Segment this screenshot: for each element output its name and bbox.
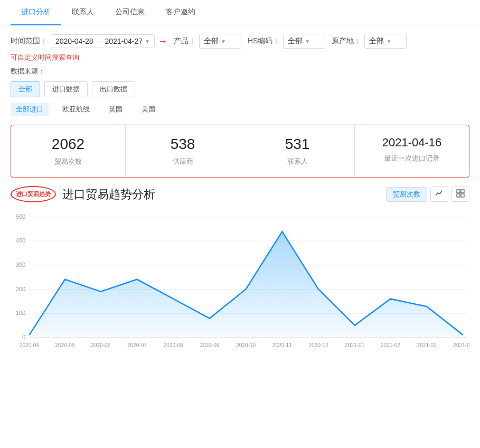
time-filter-group: 时间范围： 2020-04-28 — 2021-04-27 ▼ → bbox=[11, 34, 167, 48]
svg-text:2021-04: 2021-04 bbox=[453, 342, 469, 348]
route-all-import[interactable]: 全部进口 bbox=[11, 102, 49, 116]
data-type-group: 全部 进口数据 出口数据 bbox=[11, 81, 469, 97]
filter-row: 时间范围： 2020-04-28 — 2021-04-27 ▼ → 产品： 全部… bbox=[11, 34, 469, 49]
svg-text:2020-05: 2020-05 bbox=[55, 342, 75, 348]
tab-company-info[interactable]: 公司信息 bbox=[105, 0, 155, 25]
origin-chevron-icon: ▼ bbox=[386, 39, 391, 44]
tab-customer-invite[interactable]: 客户邀约 bbox=[155, 0, 206, 25]
svg-rect-2 bbox=[457, 194, 460, 197]
origin-select[interactable]: 全部 ▼ bbox=[364, 34, 407, 49]
svg-text:2020-12: 2020-12 bbox=[309, 342, 328, 348]
origin-filter-group: 原产地： 全部 ▼ bbox=[332, 34, 407, 49]
stat-trade-count: 2062 贸易次数 bbox=[11, 125, 126, 177]
stat-last-import: 2021-04-16 最近一次进口记录 bbox=[355, 125, 469, 177]
product-filter-group: 产品： 全部 ▼ bbox=[174, 34, 241, 49]
svg-text:2020-04: 2020-04 bbox=[20, 342, 39, 348]
route-usa[interactable]: 美国 bbox=[136, 102, 161, 116]
stat-trade-count-label: 贸易次数 bbox=[16, 157, 120, 166]
svg-text:2021-03: 2021-03 bbox=[417, 342, 437, 348]
red-arrow-icon: → bbox=[158, 36, 167, 47]
svg-text:500: 500 bbox=[16, 213, 26, 220]
svg-text:2020-10: 2020-10 bbox=[236, 342, 256, 348]
btn-import[interactable]: 进口数据 bbox=[44, 81, 88, 97]
svg-rect-3 bbox=[461, 194, 464, 197]
chart-header: 进口贸易趋势 进口贸易趋势分析 贸易次数 bbox=[11, 186, 469, 202]
svg-text:2020-09: 2020-09 bbox=[200, 342, 219, 348]
stat-last-import-value: 2021-04-16 bbox=[360, 136, 464, 150]
time-label: 时间范围： bbox=[11, 36, 48, 46]
stat-trade-count-value: 2062 bbox=[16, 136, 120, 153]
svg-text:2020-07: 2020-07 bbox=[127, 342, 147, 348]
hs-value: 全部 bbox=[288, 36, 303, 46]
time-range-select[interactable]: 2020-04-28 — 2021-04-27 ▼ bbox=[51, 34, 155, 48]
product-label: 产品： bbox=[174, 36, 196, 46]
data-source-label: 数据来源： bbox=[11, 67, 469, 76]
stat-last-import-label: 最近一次进口记录 bbox=[360, 154, 464, 163]
svg-text:2020-06: 2020-06 bbox=[91, 342, 110, 348]
stat-contacts-value: 531 bbox=[246, 136, 349, 153]
stat-contacts-label: 联系人 bbox=[246, 157, 349, 166]
svg-rect-0 bbox=[457, 190, 460, 193]
svg-text:2021-01: 2021-01 bbox=[345, 342, 364, 348]
tab-contacts[interactable]: 联系人 bbox=[61, 0, 105, 25]
svg-text:2020-11: 2020-11 bbox=[272, 342, 292, 348]
stat-suppliers: 538 供应商 bbox=[126, 125, 240, 177]
hs-select[interactable]: 全部 ▼ bbox=[283, 34, 325, 49]
trend-chart: 500 400 300 200 100 0 bbox=[11, 209, 469, 357]
chart-badge: 进口贸易趋势 bbox=[11, 186, 56, 202]
origin-value: 全部 bbox=[369, 36, 384, 46]
hs-filter-group: HS编码： 全部 ▼ bbox=[248, 34, 325, 49]
chart-metric-btn[interactable]: 贸易次数 bbox=[386, 187, 427, 202]
hs-chevron-icon: ▼ bbox=[305, 39, 310, 44]
stat-suppliers-value: 538 bbox=[131, 136, 234, 153]
route-uk[interactable]: 英国 bbox=[103, 102, 128, 116]
chart-svg: 500 400 300 200 100 0 bbox=[11, 209, 469, 357]
svg-text:2020-08: 2020-08 bbox=[164, 342, 183, 348]
time-chevron-icon: ▼ bbox=[145, 39, 150, 44]
chart-line-icon-btn[interactable] bbox=[430, 186, 448, 202]
svg-text:400: 400 bbox=[16, 237, 26, 244]
chart-area bbox=[29, 231, 463, 337]
hs-label: HS编码： bbox=[248, 36, 280, 46]
svg-text:100: 100 bbox=[16, 310, 26, 316]
stat-suppliers-label: 供应商 bbox=[131, 157, 234, 166]
chart-section: 进口贸易趋势 进口贸易趋势分析 贸易次数 bbox=[11, 186, 469, 357]
origin-label: 原产地： bbox=[332, 36, 361, 46]
stat-contacts: 531 联系人 bbox=[240, 125, 355, 177]
product-select[interactable]: 全部 ▼ bbox=[199, 34, 241, 49]
chart-table-icon bbox=[456, 191, 465, 199]
svg-text:200: 200 bbox=[16, 285, 26, 292]
time-range-value: 2020-04-28 — 2021-04-27 bbox=[55, 37, 143, 45]
btn-all[interactable]: 全部 bbox=[11, 81, 40, 97]
main-content: 时间范围： 2020-04-28 — 2021-04-27 ▼ → 产品： 全部… bbox=[0, 25, 480, 365]
chart-table-icon-btn[interactable] bbox=[451, 186, 469, 202]
search-hint: 可自定义时间搜索查询 bbox=[11, 53, 469, 62]
product-chevron-icon: ▼ bbox=[221, 39, 226, 44]
chart-title: 进口贸易趋势分析 bbox=[62, 186, 155, 202]
route-euasia[interactable]: 欧亚航线 bbox=[57, 102, 95, 116]
chart-controls: 贸易次数 bbox=[386, 186, 469, 202]
stats-box: 2062 贸易次数 538 供应商 531 联系人 2021-04-16 最近一… bbox=[11, 125, 469, 178]
btn-export[interactable]: 出口数据 bbox=[92, 81, 135, 97]
chart-line-icon bbox=[435, 191, 444, 199]
svg-text:0: 0 bbox=[22, 334, 25, 340]
route-group: 全部进口 欧亚航线 英国 美国 bbox=[11, 102, 469, 116]
svg-text:2021-02: 2021-02 bbox=[381, 342, 400, 348]
product-value: 全部 bbox=[204, 36, 219, 46]
tabs-bar: 进口分析 联系人 公司信息 客户邀约 bbox=[0, 0, 480, 25]
svg-text:300: 300 bbox=[16, 262, 26, 268]
svg-rect-1 bbox=[461, 190, 464, 193]
tab-import-analysis[interactable]: 进口分析 bbox=[11, 0, 61, 25]
